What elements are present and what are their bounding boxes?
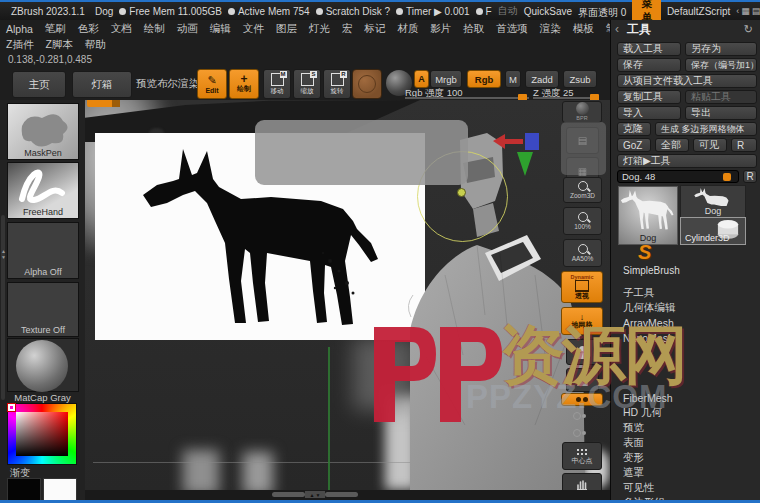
copy-tool-button[interactable]: 复制工具 — [617, 90, 681, 104]
current-texture-thumb[interactable]: Texture Off — [7, 282, 79, 337]
recent-tool-thumb-cylinder[interactable]: Cylinder3D — [680, 217, 746, 245]
section-subtool[interactable]: 子工具 — [623, 285, 755, 300]
menu-dynamics[interactable]: 动画 — [171, 20, 204, 38]
section-geometry[interactable]: 几何体编辑 — [623, 300, 755, 315]
recent-tool-thumb-dog[interactable]: Dog — [680, 185, 746, 218]
scrollbar-segment[interactable] — [325, 492, 358, 497]
goz-all-button[interactable]: 全部 — [655, 138, 689, 152]
section-preview[interactable]: 预览 — [623, 420, 755, 435]
clone-button[interactable]: 克隆 — [617, 122, 651, 136]
quicksave-button[interactable]: QuickSave — [524, 6, 572, 17]
edit-button[interactable]: ✎ Edit — [197, 69, 227, 99]
lightbox-tool-button[interactable]: 灯箱▶工具 — [617, 154, 757, 168]
scale-button[interactable]: S 缩放 — [293, 69, 321, 99]
section-hd-geometry[interactable]: HD 几何 — [623, 405, 755, 420]
goz-r-button[interactable]: R — [731, 138, 757, 152]
section-arraymesh[interactable]: ArrayMesh — [623, 315, 755, 330]
color-picker-inner[interactable] — [16, 412, 68, 456]
menu-stencil[interactable]: 模板 — [567, 20, 600, 38]
draw-button[interactable]: + 绘制 — [229, 69, 259, 99]
menu-layer[interactable]: 图层 — [270, 20, 303, 38]
goz-visible-button[interactable]: 可见 — [693, 138, 727, 152]
axis-gizmo[interactable] — [493, 130, 553, 178]
prev-ui-icon[interactable]: ‹ — [736, 6, 739, 16]
save-increment-button[interactable]: 保存（编号加1） — [685, 58, 757, 72]
secondary-color-swatch[interactable] — [43, 478, 77, 502]
active-tool-thumb[interactable]: Dog — [618, 186, 678, 245]
section-visibility[interactable]: 可见性 — [623, 480, 755, 495]
lightbox-indicator[interactable] — [87, 100, 120, 107]
menu-macro[interactable]: 宏 — [336, 20, 359, 38]
ui-layout2-icon[interactable]: ▤ — [752, 6, 760, 16]
scrollbar-segment[interactable] — [272, 492, 305, 497]
menu-help[interactable]: 帮助 — [79, 36, 112, 54]
load-tool-button[interactable]: 载入工具 — [617, 42, 681, 56]
menu-render[interactable]: 渲染 — [534, 20, 567, 38]
load-from-project-button[interactable]: 从项目文件载入工具 — [617, 74, 757, 88]
frame-button[interactable]: 中心点 — [562, 442, 602, 470]
ghost-transparency-button[interactable] — [566, 339, 599, 365]
section-surface[interactable]: 表面 — [623, 435, 755, 450]
solo-button[interactable] — [570, 409, 588, 422]
rgb-intensity-slider[interactable] — [405, 97, 529, 99]
menu-edit[interactable]: 编辑 — [204, 20, 237, 38]
panel-back-icon[interactable]: ‹ — [615, 22, 619, 36]
zoom3d-button[interactable]: Zoom3D — [563, 177, 602, 203]
current-brush-thumb[interactable]: MaskPen — [7, 103, 79, 160]
zsub-button[interactable]: Zsub — [563, 70, 597, 88]
menu-zplugin[interactable]: Z插件 — [0, 36, 39, 54]
move-button[interactable]: M 移动 — [263, 69, 291, 99]
section-fibermesh[interactable]: FiberMesh — [623, 390, 755, 405]
menu-alpha[interactable]: Alpha — [0, 21, 39, 37]
goz-button[interactable]: GoZ — [617, 138, 651, 152]
save-button[interactable]: 保存 — [617, 58, 681, 72]
bpr-button[interactable]: BPR — [562, 101, 602, 123]
color-picker-cursor[interactable] — [8, 404, 15, 411]
canvas-viewport[interactable]: › — [85, 100, 610, 490]
menu-material[interactable]: 材质 — [391, 20, 424, 38]
mrgb-button[interactable]: Mrgb — [430, 70, 462, 88]
ui-opacity-slider[interactable]: 界面透明 0 — [578, 2, 626, 20]
ui-layout-icon[interactable]: ▦ — [741, 6, 750, 16]
menu-marker[interactable]: 标记 — [358, 20, 391, 38]
section-deformation[interactable]: 变形 — [623, 450, 755, 465]
import-button[interactable]: 导入 — [617, 106, 681, 120]
menu-preferences[interactable]: 首选项 — [490, 20, 534, 38]
persp-button[interactable]: Dynamic 透视 — [561, 271, 603, 303]
paste-tool-button[interactable]: 粘贴工具 — [685, 90, 757, 104]
menu-movie[interactable]: 影片 — [424, 20, 457, 38]
floor-button[interactable]: ↓ 地网格 — [561, 307, 603, 335]
make-polymesh-button[interactable]: 生成 多边形网格物体 — [655, 122, 757, 136]
section-masking[interactable]: 遮罩 — [623, 465, 755, 480]
local-button[interactable] — [570, 426, 588, 439]
actual-size-button[interactable]: 100% — [563, 207, 602, 235]
lightbox-button[interactable]: 灯箱 — [72, 71, 132, 98]
rotate-button[interactable]: R 旋转 — [323, 69, 351, 99]
menu-file[interactable]: 文件 — [237, 20, 270, 38]
main-color-swatch[interactable] — [7, 478, 41, 502]
zadd-button[interactable]: Zadd — [525, 70, 559, 88]
slider-handle[interactable] — [723, 173, 731, 181]
active-tool-slider[interactable]: Dog. 48 — [617, 170, 739, 183]
slider-r-button[interactable]: R — [743, 170, 757, 183]
tray-scrollbar[interactable] — [1, 215, 5, 400]
alpha-channel-button[interactable]: A — [414, 70, 429, 88]
scrollbar-arrows[interactable]: ▲▼ — [305, 491, 325, 498]
tray-scroll-arrows[interactable]: ▲▼ — [0, 248, 7, 260]
menu-draw[interactable]: 绘制 — [138, 20, 171, 38]
panel-refresh-icon[interactable]: ↻ — [744, 23, 753, 36]
rgb-button[interactable]: Rgb — [467, 70, 501, 88]
aahalf-button[interactable]: AA50% — [563, 239, 602, 267]
canvas-hscrollbar[interactable]: ▲▼ — [272, 491, 358, 498]
preview-boolean-button[interactable]: 预览布尔渲染 — [136, 77, 199, 91]
home-button[interactable]: 主页 — [12, 71, 66, 98]
xpose-button[interactable] — [561, 393, 603, 406]
material-swatch[interactable] — [352, 69, 382, 99]
save-as-button[interactable]: 另存为 — [685, 42, 757, 56]
menu-zscript[interactable]: Z脚本 — [39, 36, 78, 54]
export-button[interactable]: 导出 — [685, 106, 757, 120]
menu-light[interactable]: 灯光 — [303, 20, 336, 38]
menu-picker[interactable]: 拾取 — [457, 20, 490, 38]
current-material-thumb[interactable] — [7, 338, 79, 392]
current-stroke-thumb[interactable]: FreeHand — [7, 162, 79, 219]
